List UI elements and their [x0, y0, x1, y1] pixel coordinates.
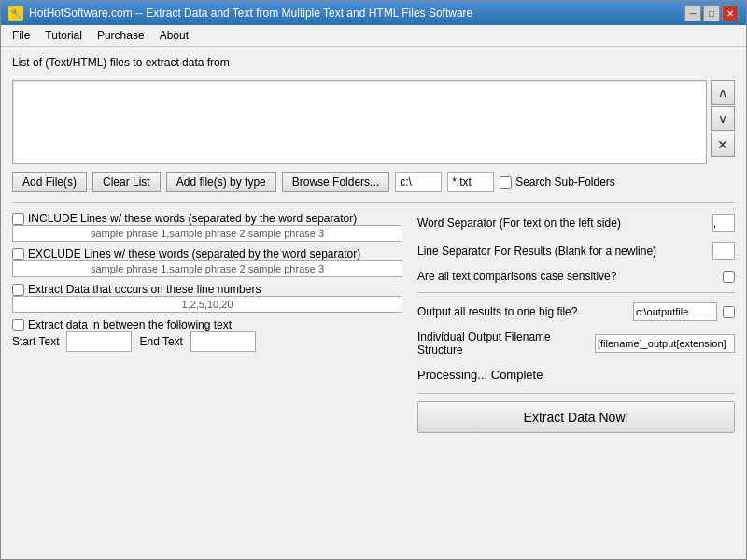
main-window: 🔧 HotHotSoftware.com -- Extract Data and… [0, 0, 747, 560]
output-file-checkbox[interactable] [723, 306, 735, 318]
extract-linenums-label: Extract Data that occurs on these line n… [28, 283, 261, 296]
exclude-lines-group: EXCLUDE Lines w/ these words (separated … [12, 247, 402, 277]
extract-linenums-checkbox[interactable] [12, 284, 24, 296]
title-buttons: ─ □ ✕ [684, 5, 739, 21]
individual-output-label: Individual Output Filename Structure [417, 330, 589, 357]
menu-bar: File Tutorial Purchase About [1, 25, 746, 47]
exclude-checkbox[interactable] [12, 248, 24, 260]
extension-input[interactable] [447, 172, 494, 192]
file-list-box[interactable] [12, 80, 707, 164]
file-list-label: List of (Text/HTML) files to extract dat… [12, 56, 735, 69]
search-subfolders-row: Search Sub-Folders [500, 175, 615, 189]
move-down-button[interactable]: ∨ [711, 106, 735, 131]
toolbar-row: Add File(s) Clear List Add file(s) by ty… [12, 172, 735, 192]
output-file-row: Output all results to one big file? [417, 301, 735, 323]
word-separator-row: Word Separator (For text on the left sid… [417, 212, 735, 234]
add-files-button[interactable]: Add File(s) [12, 172, 87, 192]
title-bar: 🔧 HotHotSoftware.com -- Extract Data and… [1, 1, 746, 25]
browse-folders-button[interactable]: Browse Folders... [282, 172, 389, 192]
status-row: Processing... Complete [417, 364, 735, 385]
exclude-label: EXCLUDE Lines w/ these words (separated … [28, 247, 360, 260]
menu-purchase[interactable]: Purchase [90, 27, 152, 44]
end-text-label: End Text [139, 335, 182, 348]
divider-1 [12, 202, 735, 203]
include-checkbox-row: INCLUDE Lines w/ these words (separated … [12, 212, 402, 225]
main-content: List of (Text/HTML) files to extract dat… [1, 47, 746, 559]
file-list-container: ∧ ∨ ✕ [12, 80, 735, 164]
line-separator-row: Line Separator For Results (Blank for a … [417, 240, 735, 262]
file-list-buttons: ∧ ∨ ✕ [711, 80, 735, 164]
extract-between-checkbox[interactable] [12, 319, 24, 331]
word-separator-label: Word Separator (For text on the left sid… [417, 217, 707, 230]
extract-data-button[interactable]: Extract Data Now! [417, 401, 735, 433]
right-column: Word Separator (For text on the left sid… [417, 212, 735, 550]
two-column-layout: INCLUDE Lines w/ these words (separated … [12, 212, 735, 550]
end-text-input[interactable] [190, 331, 256, 352]
menu-about[interactable]: About [152, 27, 196, 44]
individual-output-input[interactable] [595, 334, 735, 353]
case-sensitive-row: Are all text comparisons case sensitive? [417, 268, 735, 285]
start-text-label: Start Text [12, 335, 59, 348]
minimize-button[interactable]: ─ [684, 5, 701, 21]
exclude-sample[interactable]: sample phrase 1,sample phrase 2,sample p… [12, 260, 402, 277]
extract-linenums-checkbox-row: Extract Data that occurs on these line n… [12, 283, 402, 296]
line-separator-input[interactable] [712, 242, 735, 260]
app-icon: 🔧 [8, 6, 23, 21]
divider-bottom [417, 393, 735, 394]
extract-between-checkbox-row: Extract data in between the following te… [12, 318, 402, 331]
add-by-type-button[interactable]: Add file(s) by type [166, 172, 276, 192]
include-checkbox[interactable] [12, 213, 24, 225]
clear-list-button[interactable]: Clear List [92, 172, 161, 192]
output-file-input[interactable] [633, 302, 717, 321]
close-button[interactable]: ✕ [722, 5, 739, 21]
path-input[interactable] [395, 172, 442, 192]
start-text-input[interactable] [66, 331, 132, 352]
case-sensitive-checkbox[interactable] [723, 271, 735, 283]
left-column: INCLUDE Lines w/ these words (separated … [12, 212, 402, 550]
line-separator-label: Line Separator For Results (Blank for a … [417, 245, 707, 258]
word-separator-input[interactable] [712, 214, 735, 232]
include-label: INCLUDE Lines w/ these words (separated … [28, 212, 357, 225]
extract-between-label: Extract data in between the following te… [28, 318, 232, 331]
start-end-row: Start Text End Text [12, 331, 402, 352]
extract-between-group: Extract data in between the following te… [12, 318, 402, 352]
remove-button[interactable]: ✕ [711, 133, 735, 157]
individual-output-row: Individual Output Filename Structure [417, 329, 735, 358]
window-title: HotHotSoftware.com -- Extract Data and T… [29, 7, 472, 20]
search-subfolders-label: Search Sub-Folders [515, 175, 615, 189]
title-bar-left: 🔧 HotHotSoftware.com -- Extract Data and… [8, 6, 472, 21]
output-file-label: Output all results to one big file? [417, 305, 627, 318]
move-up-button[interactable]: ∧ [711, 80, 735, 105]
search-subfolders-checkbox[interactable] [500, 176, 512, 189]
include-sample[interactable]: sample phrase 1,sample phrase 2,sample p… [12, 225, 402, 242]
maximize-button[interactable]: □ [703, 5, 720, 21]
menu-file[interactable]: File [5, 27, 37, 44]
divider-right [417, 292, 735, 293]
exclude-checkbox-row: EXCLUDE Lines w/ these words (separated … [12, 247, 402, 260]
case-sensitive-label: Are all text comparisons case sensitive? [417, 270, 717, 283]
extract-line-numbers-group: Extract Data that occurs on these line n… [12, 283, 402, 313]
include-lines-group: INCLUDE Lines w/ these words (separated … [12, 212, 402, 242]
extract-linenums-value[interactable]: 1,2,5,10,20 [12, 296, 402, 313]
menu-tutorial[interactable]: Tutorial [37, 27, 90, 44]
processing-status: Processing... Complete [417, 368, 543, 382]
